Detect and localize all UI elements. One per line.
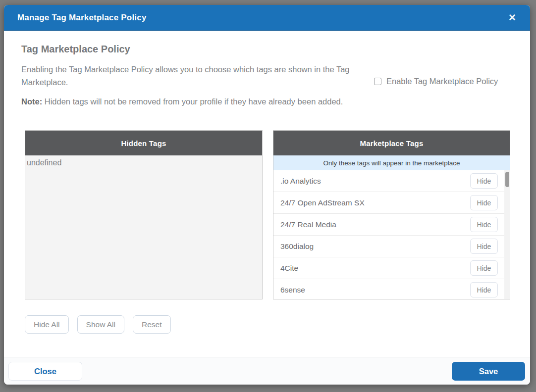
enable-policy-label: Enable Tag Marketplace Policy bbox=[386, 77, 498, 86]
reset-button[interactable]: Reset bbox=[133, 315, 171, 334]
marketplace-tags-header: Marketplace Tags bbox=[273, 131, 510, 155]
tag-name: .io Analytics bbox=[280, 177, 321, 186]
note-body: Hidden tags will not be removed from you… bbox=[42, 97, 343, 106]
hide-tag-button[interactable]: Hide bbox=[470, 173, 498, 189]
table-row: 6sense Hide bbox=[273, 279, 510, 299]
hide-tag-button[interactable]: Hide bbox=[470, 260, 498, 276]
hide-all-button[interactable]: Hide All bbox=[25, 315, 69, 334]
table-row: .io Analytics Hide bbox=[273, 170, 510, 192]
enable-policy-checkbox[interactable] bbox=[374, 78, 381, 85]
scrollbar-track[interactable] bbox=[504, 170, 510, 299]
dialog-title: Manage Tag Marketplace Policy bbox=[17, 13, 147, 23]
scrollbar-thumb[interactable] bbox=[505, 172, 509, 187]
tag-name: 6sense bbox=[280, 286, 305, 294]
table-row: 4Cite Hide bbox=[273, 257, 510, 279]
dialog-footer: Close Save bbox=[4, 357, 530, 385]
marketplace-tags-panel: Marketplace Tags Only these tags will ap… bbox=[273, 130, 510, 299]
show-all-button[interactable]: Show All bbox=[77, 315, 124, 334]
note-label: Note: bbox=[21, 97, 42, 106]
hidden-tags-list: undefined bbox=[25, 155, 262, 299]
tag-name: 4Cite bbox=[280, 264, 298, 273]
policy-description: Enabling the Tag Marketplace Policy allo… bbox=[21, 63, 351, 89]
manage-tag-marketplace-policy-dialog: Manage Tag Marketplace Policy ✕ Tag Mark… bbox=[4, 5, 530, 385]
hidden-tags-panel: Hidden Tags undefined bbox=[25, 130, 263, 299]
dialog-header: Manage Tag Marketplace Policy ✕ bbox=[4, 5, 530, 31]
close-icon[interactable]: ✕ bbox=[508, 13, 516, 22]
table-row: 360dialog Hide bbox=[273, 236, 510, 257]
hide-tag-button[interactable]: Hide bbox=[470, 239, 498, 254]
tag-name: 360dialog bbox=[280, 242, 314, 251]
close-button[interactable]: Close bbox=[8, 362, 82, 381]
table-row: 24/7 Real Media Hide bbox=[273, 214, 510, 236]
hidden-tags-header: Hidden Tags bbox=[25, 131, 262, 155]
table-row: 24/7 Open AdStream SX Hide bbox=[273, 192, 510, 214]
tag-name: 24/7 Open AdStream SX bbox=[280, 198, 365, 207]
page-title: Tag Marketplace Policy bbox=[21, 44, 130, 55]
hide-tag-button[interactable]: Hide bbox=[470, 195, 498, 210]
bulk-actions: Hide All Show All Reset bbox=[25, 315, 171, 334]
save-button[interactable]: Save bbox=[452, 362, 525, 381]
marketplace-tags-list: .io Analytics Hide 24/7 Open AdStream SX… bbox=[273, 170, 510, 299]
tag-name: 24/7 Real Media bbox=[280, 220, 336, 229]
enable-policy-row: Enable Tag Marketplace Policy bbox=[374, 77, 498, 86]
policy-note: Note: Hidden tags will not be removed fr… bbox=[21, 95, 351, 108]
marketplace-banner: Only these tags will appear in the marke… bbox=[273, 155, 510, 170]
hide-tag-button[interactable]: Hide bbox=[470, 282, 498, 297]
hide-tag-button[interactable]: Hide bbox=[470, 217, 498, 232]
